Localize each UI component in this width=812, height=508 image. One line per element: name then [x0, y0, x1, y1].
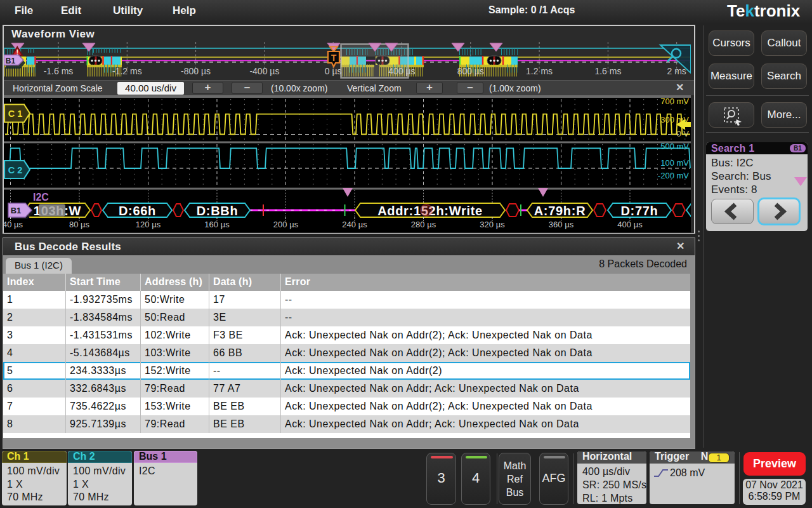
svg-text:0 µs: 0 µs — [325, 66, 342, 76]
svg-text:D:77h: D:77h — [620, 204, 658, 218]
svg-text:320 µs: 320 µs — [480, 220, 505, 229]
svg-text:800 µs: 800 µs — [457, 66, 484, 76]
svg-text:T: T — [331, 53, 337, 63]
svg-text:0 V: 0 V — [676, 129, 689, 138]
svg-text:-1.2 ms: -1.2 ms — [112, 66, 142, 76]
svg-text:400 µs: 400 µs — [388, 66, 415, 76]
svg-text:40 µs: 40 µs — [4, 220, 23, 229]
svg-text:I2C: I2C — [33, 192, 49, 203]
svg-text:1.2 ms: 1.2 ms — [526, 66, 553, 76]
svg-text:240 µs: 240 µs — [342, 220, 367, 229]
svg-text:B1: B1 — [6, 57, 16, 65]
svg-text:2 ms: 2 ms — [667, 66, 686, 76]
svg-text:200 µs: 200 µs — [273, 220, 299, 229]
svg-text:-800 µs: -800 µs — [181, 66, 211, 76]
svg-text:700 mV: 700 mV — [660, 97, 689, 106]
svg-text:-400 µs: -400 µs — [249, 66, 279, 76]
svg-text:280 µs: 280 µs — [411, 220, 436, 229]
svg-text:B1: B1 — [11, 206, 22, 215]
svg-text:80 µs: 80 µs — [69, 220, 90, 229]
svg-text:C 2: C 2 — [8, 165, 23, 175]
svg-text:160 µs: 160 µs — [204, 220, 230, 229]
svg-text:360 µs: 360 µs — [549, 220, 574, 229]
svg-text:D:BBh: D:BBh — [197, 204, 239, 218]
svg-text:-200 mV: -200 mV — [658, 171, 689, 180]
svg-text:C 1: C 1 — [8, 109, 23, 119]
svg-text:500 mV: 500 mV — [660, 142, 689, 151]
svg-text:120 µs: 120 µs — [136, 220, 161, 229]
svg-text:100 mV: 100 mV — [660, 158, 689, 168]
svg-text:400 µs: 400 µs — [617, 220, 643, 229]
svg-text:1.6 ms: 1.6 ms — [594, 66, 621, 76]
svg-text:D:66h: D:66h — [119, 204, 156, 218]
svg-text:-1.6 ms: -1.6 ms — [44, 66, 74, 76]
svg-text:A:79h:R: A:79h:R — [534, 204, 586, 218]
